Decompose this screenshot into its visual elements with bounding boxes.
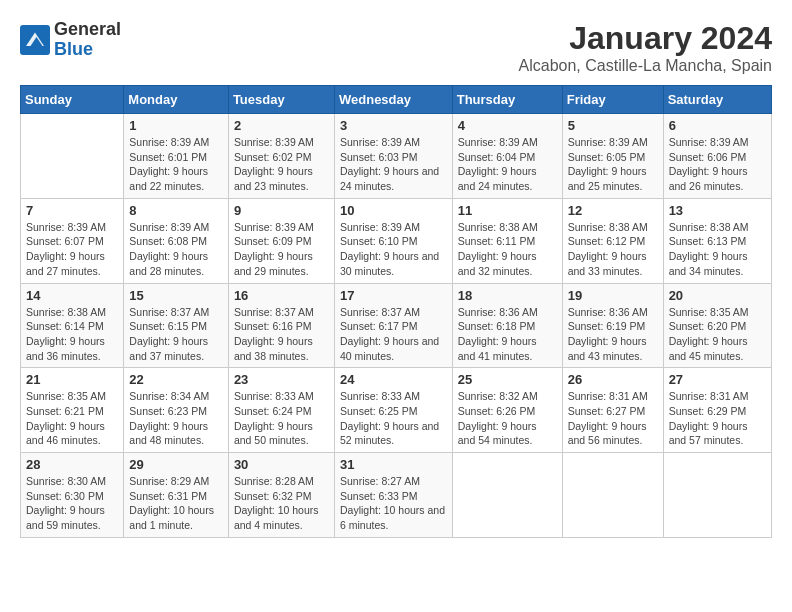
day-number: 1 xyxy=(129,118,223,133)
day-info: Sunrise: 8:38 AMSunset: 6:11 PMDaylight:… xyxy=(458,220,557,279)
day-info: Sunrise: 8:35 AMSunset: 6:20 PMDaylight:… xyxy=(669,305,766,364)
day-number: 22 xyxy=(129,372,223,387)
calendar-cell: 25Sunrise: 8:32 AMSunset: 6:26 PMDayligh… xyxy=(452,368,562,453)
calendar-cell: 19Sunrise: 8:36 AMSunset: 6:19 PMDayligh… xyxy=(562,283,663,368)
calendar-cell: 29Sunrise: 8:29 AMSunset: 6:31 PMDayligh… xyxy=(124,453,229,538)
logo-text: General Blue xyxy=(54,20,121,60)
day-number: 24 xyxy=(340,372,447,387)
day-info: Sunrise: 8:39 AMSunset: 6:08 PMDaylight:… xyxy=(129,220,223,279)
day-info: Sunrise: 8:33 AMSunset: 6:25 PMDaylight:… xyxy=(340,389,447,448)
day-info: Sunrise: 8:38 AMSunset: 6:14 PMDaylight:… xyxy=(26,305,118,364)
calendar-cell: 26Sunrise: 8:31 AMSunset: 6:27 PMDayligh… xyxy=(562,368,663,453)
day-number: 10 xyxy=(340,203,447,218)
calendar-cell: 6Sunrise: 8:39 AMSunset: 6:06 PMDaylight… xyxy=(663,114,771,199)
day-info: Sunrise: 8:38 AMSunset: 6:13 PMDaylight:… xyxy=(669,220,766,279)
calendar-cell: 1Sunrise: 8:39 AMSunset: 6:01 PMDaylight… xyxy=(124,114,229,199)
day-info: Sunrise: 8:36 AMSunset: 6:19 PMDaylight:… xyxy=(568,305,658,364)
calendar-title: January 2024 xyxy=(519,20,772,57)
day-number: 14 xyxy=(26,288,118,303)
calendar-cell xyxy=(21,114,124,199)
calendar-cell: 12Sunrise: 8:38 AMSunset: 6:12 PMDayligh… xyxy=(562,198,663,283)
weekday-header-row: SundayMondayTuesdayWednesdayThursdayFrid… xyxy=(21,86,772,114)
logo-icon xyxy=(20,25,50,55)
day-info: Sunrise: 8:39 AMSunset: 6:10 PMDaylight:… xyxy=(340,220,447,279)
day-number: 16 xyxy=(234,288,329,303)
weekday-header-saturday: Saturday xyxy=(663,86,771,114)
calendar-cell: 17Sunrise: 8:37 AMSunset: 6:17 PMDayligh… xyxy=(334,283,452,368)
calendar-cell: 21Sunrise: 8:35 AMSunset: 6:21 PMDayligh… xyxy=(21,368,124,453)
day-number: 26 xyxy=(568,372,658,387)
day-info: Sunrise: 8:39 AMSunset: 6:09 PMDaylight:… xyxy=(234,220,329,279)
title-block: January 2024 Alcabon, Castille-La Mancha… xyxy=(519,20,772,75)
calendar-cell: 8Sunrise: 8:39 AMSunset: 6:08 PMDaylight… xyxy=(124,198,229,283)
calendar-week-row: 21Sunrise: 8:35 AMSunset: 6:21 PMDayligh… xyxy=(21,368,772,453)
calendar-cell: 15Sunrise: 8:37 AMSunset: 6:15 PMDayligh… xyxy=(124,283,229,368)
day-number: 12 xyxy=(568,203,658,218)
calendar-cell: 4Sunrise: 8:39 AMSunset: 6:04 PMDaylight… xyxy=(452,114,562,199)
day-info: Sunrise: 8:39 AMSunset: 6:01 PMDaylight:… xyxy=(129,135,223,194)
calendar-cell: 31Sunrise: 8:27 AMSunset: 6:33 PMDayligh… xyxy=(334,453,452,538)
calendar-cell: 9Sunrise: 8:39 AMSunset: 6:09 PMDaylight… xyxy=(228,198,334,283)
weekday-header-tuesday: Tuesday xyxy=(228,86,334,114)
calendar-cell: 27Sunrise: 8:31 AMSunset: 6:29 PMDayligh… xyxy=(663,368,771,453)
calendar-cell: 7Sunrise: 8:39 AMSunset: 6:07 PMDaylight… xyxy=(21,198,124,283)
day-number: 6 xyxy=(669,118,766,133)
day-number: 13 xyxy=(669,203,766,218)
day-info: Sunrise: 8:35 AMSunset: 6:21 PMDaylight:… xyxy=(26,389,118,448)
day-info: Sunrise: 8:30 AMSunset: 6:30 PMDaylight:… xyxy=(26,474,118,533)
day-info: Sunrise: 8:38 AMSunset: 6:12 PMDaylight:… xyxy=(568,220,658,279)
page-header: General Blue January 2024 Alcabon, Casti… xyxy=(20,20,772,75)
day-info: Sunrise: 8:31 AMSunset: 6:29 PMDaylight:… xyxy=(669,389,766,448)
calendar-cell: 30Sunrise: 8:28 AMSunset: 6:32 PMDayligh… xyxy=(228,453,334,538)
calendar-week-row: 7Sunrise: 8:39 AMSunset: 6:07 PMDaylight… xyxy=(21,198,772,283)
calendar-cell: 16Sunrise: 8:37 AMSunset: 6:16 PMDayligh… xyxy=(228,283,334,368)
calendar-cell: 13Sunrise: 8:38 AMSunset: 6:13 PMDayligh… xyxy=(663,198,771,283)
day-info: Sunrise: 8:34 AMSunset: 6:23 PMDaylight:… xyxy=(129,389,223,448)
weekday-header-wednesday: Wednesday xyxy=(334,86,452,114)
day-number: 25 xyxy=(458,372,557,387)
day-info: Sunrise: 8:39 AMSunset: 6:06 PMDaylight:… xyxy=(669,135,766,194)
day-number: 17 xyxy=(340,288,447,303)
day-number: 15 xyxy=(129,288,223,303)
calendar-week-row: 28Sunrise: 8:30 AMSunset: 6:30 PMDayligh… xyxy=(21,453,772,538)
calendar-cell xyxy=(562,453,663,538)
day-number: 27 xyxy=(669,372,766,387)
weekday-header-friday: Friday xyxy=(562,86,663,114)
day-info: Sunrise: 8:37 AMSunset: 6:16 PMDaylight:… xyxy=(234,305,329,364)
day-info: Sunrise: 8:36 AMSunset: 6:18 PMDaylight:… xyxy=(458,305,557,364)
day-number: 8 xyxy=(129,203,223,218)
calendar-cell: 3Sunrise: 8:39 AMSunset: 6:03 PMDaylight… xyxy=(334,114,452,199)
day-info: Sunrise: 8:39 AMSunset: 6:05 PMDaylight:… xyxy=(568,135,658,194)
day-number: 19 xyxy=(568,288,658,303)
calendar-cell: 10Sunrise: 8:39 AMSunset: 6:10 PMDayligh… xyxy=(334,198,452,283)
calendar-cell: 24Sunrise: 8:33 AMSunset: 6:25 PMDayligh… xyxy=(334,368,452,453)
calendar-cell: 23Sunrise: 8:33 AMSunset: 6:24 PMDayligh… xyxy=(228,368,334,453)
day-info: Sunrise: 8:37 AMSunset: 6:17 PMDaylight:… xyxy=(340,305,447,364)
calendar-cell xyxy=(452,453,562,538)
weekday-header-sunday: Sunday xyxy=(21,86,124,114)
calendar-cell: 14Sunrise: 8:38 AMSunset: 6:14 PMDayligh… xyxy=(21,283,124,368)
day-info: Sunrise: 8:28 AMSunset: 6:32 PMDaylight:… xyxy=(234,474,329,533)
day-info: Sunrise: 8:27 AMSunset: 6:33 PMDaylight:… xyxy=(340,474,447,533)
calendar-week-row: 14Sunrise: 8:38 AMSunset: 6:14 PMDayligh… xyxy=(21,283,772,368)
day-number: 2 xyxy=(234,118,329,133)
day-info: Sunrise: 8:39 AMSunset: 6:04 PMDaylight:… xyxy=(458,135,557,194)
day-info: Sunrise: 8:39 AMSunset: 6:02 PMDaylight:… xyxy=(234,135,329,194)
calendar-cell xyxy=(663,453,771,538)
calendar-cell: 5Sunrise: 8:39 AMSunset: 6:05 PMDaylight… xyxy=(562,114,663,199)
calendar-cell: 18Sunrise: 8:36 AMSunset: 6:18 PMDayligh… xyxy=(452,283,562,368)
calendar-table: SundayMondayTuesdayWednesdayThursdayFrid… xyxy=(20,85,772,538)
calendar-cell: 20Sunrise: 8:35 AMSunset: 6:20 PMDayligh… xyxy=(663,283,771,368)
calendar-subtitle: Alcabon, Castille-La Mancha, Spain xyxy=(519,57,772,75)
weekday-header-thursday: Thursday xyxy=(452,86,562,114)
day-number: 20 xyxy=(669,288,766,303)
calendar-week-row: 1Sunrise: 8:39 AMSunset: 6:01 PMDaylight… xyxy=(21,114,772,199)
day-info: Sunrise: 8:39 AMSunset: 6:03 PMDaylight:… xyxy=(340,135,447,194)
day-number: 21 xyxy=(26,372,118,387)
day-number: 29 xyxy=(129,457,223,472)
day-info: Sunrise: 8:32 AMSunset: 6:26 PMDaylight:… xyxy=(458,389,557,448)
day-info: Sunrise: 8:29 AMSunset: 6:31 PMDaylight:… xyxy=(129,474,223,533)
day-number: 5 xyxy=(568,118,658,133)
day-number: 4 xyxy=(458,118,557,133)
day-info: Sunrise: 8:33 AMSunset: 6:24 PMDaylight:… xyxy=(234,389,329,448)
